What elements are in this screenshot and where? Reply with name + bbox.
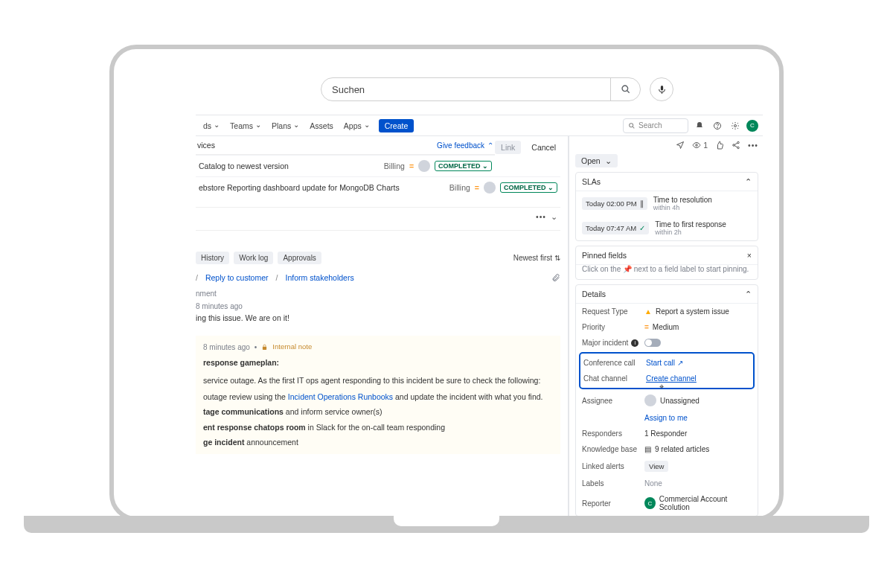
assignee-avatar — [484, 182, 496, 194]
like-icon[interactable] — [715, 141, 724, 150]
issue-title: ebstore Reporting dashboard update for M… — [199, 183, 445, 192]
section-heading: vices — [197, 141, 215, 150]
assignee-avatar — [418, 160, 430, 172]
svg-point-0 — [622, 86, 628, 92]
status-badge[interactable]: COMPLETED ⌄ — [435, 161, 492, 171]
issue-category: Billing — [449, 183, 470, 192]
assignee-avatar — [644, 394, 656, 406]
details-panel: Details ⌃ Request Type ▲Report a system … — [575, 284, 758, 517]
assign-to-me-link[interactable]: Assign to me — [644, 414, 688, 422]
pinned-fields-panel: Pinned fields × Click on the 📌 next to a… — [575, 246, 758, 280]
pin-icon: 📌 — [623, 265, 632, 273]
nav-item-apps[interactable]: Apps — [341, 121, 373, 130]
nav-item-assets[interactable]: Assets — [307, 121, 336, 130]
external-link-icon: ↗ — [677, 359, 683, 367]
svg-point-8 — [734, 124, 737, 127]
notifications-icon[interactable] — [693, 119, 706, 132]
create-button[interactable]: Create — [379, 119, 415, 132]
attachment-icon[interactable] — [551, 273, 560, 282]
issue-row[interactable]: Catalog to newest version Billing = COMP… — [196, 155, 495, 176]
details-heading: Details — [582, 290, 606, 298]
gear-icon[interactable] — [729, 119, 742, 132]
start-call-link[interactable]: Start call ↗ — [646, 359, 683, 367]
svg-point-7 — [717, 127, 718, 128]
runbooks-link[interactable]: Incident Operations Runbooks — [288, 392, 393, 401]
comment-body: ing this issue. We are on it! — [196, 313, 560, 322]
inform-stakeholders-link[interactable]: Inform stakeholders — [285, 273, 353, 282]
create-channel-link[interactable]: Create channel — [646, 374, 697, 383]
chevron-up-icon: ⌃ — [487, 141, 493, 150]
svg-rect-9 — [263, 347, 266, 350]
comment-time: 8 minutes ago — [196, 302, 560, 310]
reporter-avatar: C — [644, 497, 656, 509]
info-icon[interactable]: i — [631, 339, 638, 347]
svg-rect-2 — [660, 86, 662, 91]
chevron-up-icon[interactable]: ⌃ — [745, 290, 752, 298]
more-icon[interactable]: ••• — [748, 141, 758, 150]
svg-point-10 — [696, 144, 698, 147]
svg-line-15 — [734, 146, 737, 148]
app-search-input[interactable]: Search — [623, 118, 688, 133]
sla-time-badge: Today 07:47 AM ✓ — [582, 222, 649, 234]
pinned-heading: Pinned fields — [582, 251, 627, 260]
note-title: response gameplan: — [203, 358, 279, 367]
give-feedback-link[interactable]: Give feedback ⌃ — [437, 141, 493, 150]
priority-icon: = — [475, 183, 479, 192]
svg-line-5 — [633, 127, 634, 128]
major-incident-toggle[interactable] — [644, 339, 661, 347]
sla-time-badge: Today 02:00 PM ∥ — [582, 197, 647, 210]
warning-icon: ▲ — [644, 307, 652, 316]
note-time: 8 minutes ago — [203, 342, 250, 354]
close-icon[interactable]: × — [747, 251, 752, 260]
view-linked-alerts-button[interactable]: View — [644, 461, 668, 472]
svg-line-1 — [627, 91, 629, 93]
browser-search-bar[interactable]: Suchen — [321, 77, 641, 101]
feedback-icon[interactable] — [676, 141, 685, 150]
chevron-down-icon: ⌄ — [605, 156, 612, 165]
comment-heading: nment — [196, 290, 560, 298]
link-button[interactable]: Link — [495, 141, 521, 154]
tab-history[interactable]: History — [196, 252, 229, 264]
search-icon[interactable] — [610, 78, 640, 100]
issue-title: Catalog to newest version — [199, 162, 380, 170]
status-dropdown[interactable]: Open ⌄ — [575, 154, 618, 167]
svg-point-4 — [630, 123, 633, 127]
browser-search-placeholder: Suchen — [321, 84, 610, 95]
watch-icon[interactable]: 1 — [692, 141, 708, 150]
svg-line-14 — [734, 143, 737, 145]
issue-row[interactable]: ebstore Reporting dashboard update for M… — [196, 176, 560, 198]
user-avatar[interactable]: C — [746, 120, 758, 132]
issue-category: Billing — [384, 162, 405, 170]
mic-icon[interactable] — [650, 77, 673, 101]
priority-icon: = — [644, 323, 649, 331]
check-icon: ✓ — [639, 224, 645, 232]
chevron-up-icon[interactable]: ⌃ — [745, 177, 752, 186]
book-icon: ▤ — [644, 445, 651, 453]
cursor-icon: ⌖ — [659, 382, 664, 392]
reply-to-customer-link[interactable]: Reply to customer — [205, 273, 269, 282]
cancel-button[interactable]: Cancel — [527, 141, 560, 154]
chevron-down-icon[interactable]: ⌄ — [551, 212, 557, 221]
nav-item[interactable]: ds — [200, 121, 223, 130]
pause-icon: ∥ — [640, 199, 644, 208]
nav-item-teams[interactable]: Teams — [227, 121, 264, 130]
share-icon[interactable] — [732, 141, 740, 150]
internal-note-tag: Internal note — [272, 342, 312, 353]
nav-item-plans[interactable]: Plans — [269, 121, 302, 130]
internal-note: 8 minutes ago • Internal note response g… — [196, 336, 560, 454]
priority-icon: = — [409, 162, 414, 170]
sort-icon: ⇅ — [554, 254, 560, 262]
highlighted-group: Conference call Start call ↗ Chat channe… — [579, 352, 755, 389]
tab-approvals[interactable]: Approvals — [278, 252, 321, 264]
slas-heading: SLAs — [582, 177, 601, 186]
status-badge[interactable]: COMPLETED ⌄ — [500, 182, 557, 193]
more-icon[interactable]: ••• — [536, 212, 546, 221]
slas-panel: SLAs ⌃ Today 02:00 PM ∥ Time to resoluti… — [575, 172, 758, 241]
sort-toggle[interactable]: Newest first ⇅ — [513, 254, 560, 262]
app-search-placeholder: Search — [638, 121, 662, 130]
help-icon[interactable] — [711, 119, 724, 132]
tab-worklog[interactable]: Work log — [234, 252, 273, 264]
